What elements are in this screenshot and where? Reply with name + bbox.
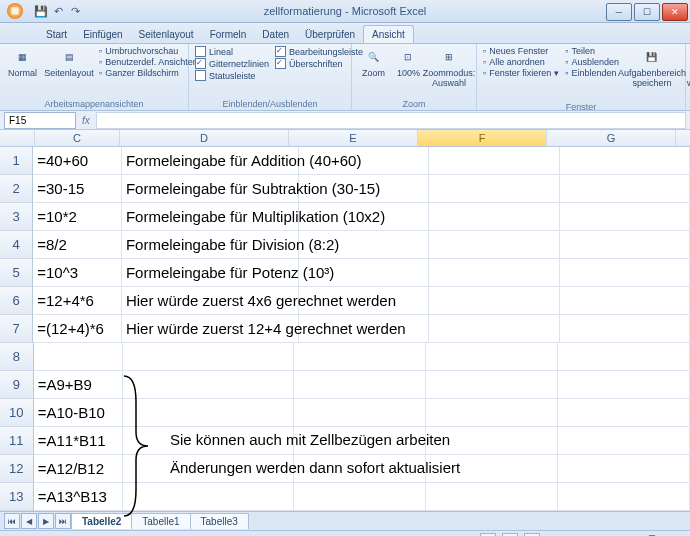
statusbar-check[interactable]: Statusleiste [195, 70, 269, 81]
cell[interactable] [558, 427, 690, 455]
cell[interactable]: =12+4*6 [33, 287, 122, 315]
sheet-tab-tabelle3[interactable]: Tabelle3 [190, 513, 249, 529]
headings-check[interactable]: Überschriften [275, 58, 363, 69]
minimize-button[interactable]: ─ [606, 3, 632, 21]
column-header-G[interactable]: G [547, 130, 676, 146]
name-box[interactable]: F15 [4, 112, 76, 129]
select-all-corner[interactable] [0, 130, 35, 146]
cell[interactable]: =A12/B12 [34, 455, 124, 483]
cell[interactable] [294, 483, 426, 511]
row-header[interactable]: 8 [0, 343, 34, 371]
gridlines-check[interactable]: Gitternetzlinien [195, 58, 269, 69]
cell[interactable] [299, 175, 429, 203]
cell[interactable] [123, 483, 293, 511]
cell[interactable] [34, 343, 124, 371]
cell[interactable] [299, 231, 429, 259]
column-header-D[interactable]: D [120, 130, 289, 146]
tab-nav-first[interactable]: ⏮ [4, 513, 20, 529]
cell[interactable] [560, 231, 690, 259]
cell[interactable]: Hier würde zuerst 4x6 gerechnet werden [122, 287, 299, 315]
cell[interactable]: =40+60 [33, 147, 122, 175]
save-workspace-button[interactable]: 💾Aufgabenbereich speichern [625, 46, 679, 91]
cell[interactable] [426, 371, 558, 399]
redo-icon[interactable]: ↷ [68, 4, 82, 18]
office-button[interactable] [0, 0, 30, 22]
tab-nav-prev[interactable]: ◀ [21, 513, 37, 529]
row-header[interactable]: 9 [0, 371, 34, 399]
cell[interactable] [560, 175, 690, 203]
ruler-check[interactable]: Lineal [195, 46, 269, 57]
cell[interactable]: =30-15 [33, 175, 122, 203]
cell[interactable] [299, 315, 429, 343]
row-header[interactable]: 3 [0, 203, 33, 231]
cell[interactable]: Hier würde zuerst 12+4 gerechnet werden [122, 315, 299, 343]
cell[interactable] [123, 371, 293, 399]
unhide[interactable]: ▫Einblenden [565, 68, 619, 78]
cell[interactable] [429, 231, 559, 259]
cell[interactable] [294, 343, 426, 371]
column-header-E[interactable]: E [289, 130, 418, 146]
cell[interactable] [560, 259, 690, 287]
cell[interactable]: Formeleingabe für Subtraktion (30-15) [122, 175, 299, 203]
cell[interactable] [560, 315, 690, 343]
tab-nav-next[interactable]: ▶ [38, 513, 54, 529]
cell[interactable] [429, 147, 559, 175]
cell[interactable]: =A11*B11 [34, 427, 124, 455]
row-header[interactable]: 13 [0, 483, 34, 511]
cell[interactable] [299, 147, 429, 175]
row-header[interactable]: 1 [0, 147, 33, 175]
cell[interactable] [294, 399, 426, 427]
row-header[interactable]: 7 [0, 315, 33, 343]
arrange-all[interactable]: ▫Alle anordnen [483, 57, 559, 67]
cell[interactable] [426, 343, 558, 371]
row-header[interactable]: 5 [0, 259, 33, 287]
ribbon-tab-start[interactable]: Start [38, 26, 75, 43]
cell[interactable] [429, 175, 559, 203]
cell[interactable]: Formeleingabe für Multiplikation (10x2) [122, 203, 299, 231]
cell[interactable] [299, 203, 429, 231]
column-header-C[interactable]: C [35, 130, 120, 146]
cell[interactable]: Formeleingabe für Division (8:2) [122, 231, 299, 259]
cell[interactable] [560, 203, 690, 231]
formula-bar-check[interactable]: Bearbeitungsleiste [275, 46, 363, 57]
cell[interactable] [429, 259, 559, 287]
cell[interactable] [123, 343, 293, 371]
normal-view-button[interactable]: ▦Normal [6, 46, 39, 81]
cell[interactable] [560, 147, 690, 175]
column-header-F[interactable]: F [418, 130, 547, 146]
cell[interactable]: =10*2 [33, 203, 122, 231]
cell[interactable] [560, 287, 690, 315]
cell[interactable]: =A13^B13 [34, 483, 124, 511]
cell[interactable] [429, 315, 559, 343]
undo-icon[interactable]: ↶ [51, 4, 65, 18]
fx-icon[interactable]: fx [82, 115, 90, 126]
sheet-tab-tabelle2[interactable]: Tabelle2 [71, 513, 132, 529]
freeze-panes[interactable]: ▫Fenster fixieren ▾ [483, 68, 559, 78]
cell[interactable] [558, 455, 690, 483]
cell[interactable] [558, 343, 690, 371]
split[interactable]: ▫Teilen [565, 46, 619, 56]
cell[interactable]: =A10-B10 [34, 399, 124, 427]
cell[interactable]: =(12+4)*6 [33, 315, 122, 343]
cell[interactable] [429, 203, 559, 231]
zoom-selection-button[interactable]: ⊞Zoommodus: Auswahl [428, 46, 470, 91]
cell[interactable] [426, 483, 558, 511]
full-screen[interactable]: ▫Ganzer Bildschirm [99, 68, 198, 78]
hide[interactable]: ▫Ausblenden [565, 57, 619, 67]
row-header[interactable]: 12 [0, 455, 34, 483]
cell[interactable] [429, 287, 559, 315]
ribbon-tab-einfügen[interactable]: Einfügen [75, 26, 130, 43]
new-window[interactable]: ▫Neues Fenster [483, 46, 559, 56]
cell[interactable]: =A9+B9 [34, 371, 124, 399]
cell[interactable]: Formeleingabe für Addition (40+60) [122, 147, 299, 175]
cell[interactable] [558, 371, 690, 399]
cell[interactable]: Formeleingabe für Potenz (10³) [122, 259, 299, 287]
cell[interactable]: =10^3 [33, 259, 122, 287]
cell[interactable] [426, 399, 558, 427]
cell[interactable] [558, 399, 690, 427]
tab-nav-last[interactable]: ⏭ [55, 513, 71, 529]
row-header[interactable]: 2 [0, 175, 33, 203]
ribbon-tab-seitenlayout[interactable]: Seitenlayout [131, 26, 202, 43]
page-layout-button[interactable]: ▤Seitenlayout [45, 46, 93, 81]
custom-views[interactable]: ▫Benutzerdef. Ansichten [99, 57, 198, 67]
